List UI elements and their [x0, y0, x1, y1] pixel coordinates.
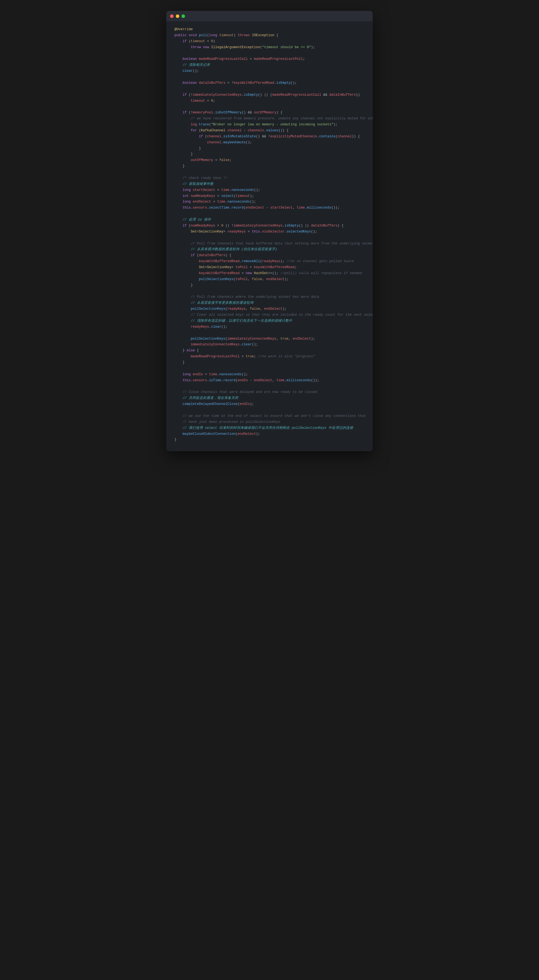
- code-editor[interactable]: @Override public void poll(long timeout)…: [166, 21, 373, 451]
- close-button[interactable]: [170, 14, 174, 18]
- maximize-button[interactable]: [181, 14, 185, 18]
- titlebar: [166, 11, 373, 21]
- editor-window: @Override public void poll(long timeout)…: [166, 11, 373, 451]
- minimize-button[interactable]: [176, 14, 179, 18]
